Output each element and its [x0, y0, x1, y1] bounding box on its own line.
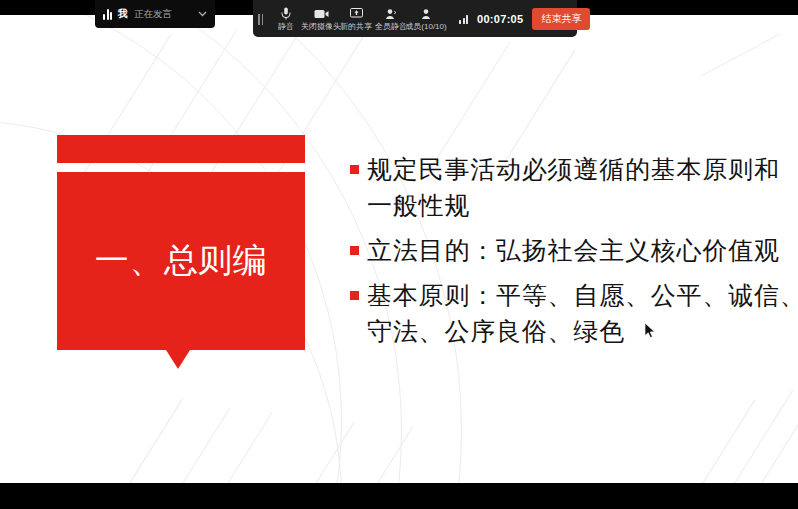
list-item: 规定民事活动必须遵循的基本原则和 一般性规 [350, 152, 790, 224]
active-speaker-pill[interactable]: 我 正在发言 [95, 0, 215, 28]
chevron-down-icon[interactable] [198, 11, 207, 17]
button-label: 成员(10/10) [405, 22, 446, 31]
bullet-marker-icon [350, 246, 359, 255]
list-item: 基本原则：平等、自愿、公平、诚信、 守法、公序良俗、绿色 [350, 278, 790, 350]
mouse-cursor [644, 322, 656, 339]
camera-off-button[interactable]: 关闭摄像头 [308, 7, 334, 31]
bullet-marker-icon [350, 165, 359, 174]
speaking-volume-icon [103, 9, 112, 20]
bullet-text: 规定民事活动必须遵循的基本原则和 一般性规 [367, 152, 780, 224]
speaker-status: 正在发言 [134, 8, 192, 21]
meeting-toolbar: 静音 关闭摄像头 新的共享 [253, 0, 577, 37]
bullet-line: 守法、公序良俗、绿色 [367, 314, 798, 350]
button-label: 全员静音 [375, 22, 407, 31]
camera-icon [314, 7, 329, 20]
speaker-name: 我 [118, 7, 128, 21]
mute-all-button[interactable]: 全员静音 [378, 7, 404, 31]
signal-bars-icon [459, 15, 468, 24]
bullet-line: 规定民事活动必须遵循的基本原则和 [367, 152, 780, 188]
callout-box: 一、总则编 [57, 172, 305, 350]
list-item: 立法目的：弘扬社会主义核心价值观 [350, 233, 790, 269]
shared-slide: 一、总则编 规定民事活动必须遵循的基本原则和 一般性规 立法目的：弘扬社会主义核… [0, 0, 798, 509]
button-label: 新的共享 [340, 22, 372, 31]
slide-title: 一、总则编 [95, 238, 268, 284]
bullet-text: 立法目的：弘扬社会主义核心价值观 [367, 233, 780, 269]
button-label: 静音 [278, 22, 294, 31]
bullet-line: 立法目的：弘扬社会主义核心价值观 [367, 233, 780, 269]
microphone-icon [281, 7, 291, 20]
members-icon [420, 7, 432, 20]
callout-tail [166, 350, 190, 369]
bullet-list: 规定民事活动必须遵循的基本原则和 一般性规 立法目的：弘扬社会主义核心价值观 基… [350, 152, 790, 359]
button-label: 关闭摄像头 [301, 22, 341, 31]
drag-handle-icon[interactable] [258, 14, 263, 25]
meeting-timer: 00:07:05 [477, 13, 523, 25]
members-button[interactable]: 成员(10/10) [413, 7, 439, 31]
end-share-button[interactable]: 结束共享 [532, 8, 590, 30]
mute-button[interactable]: 静音 [273, 7, 299, 31]
bullet-marker-icon [350, 291, 359, 300]
bullet-line: 基本原则：平等、自愿、公平、诚信、 [367, 278, 798, 314]
mute-all-icon [385, 7, 397, 20]
bullet-text: 基本原则：平等、自愿、公平、诚信、 守法、公序良俗、绿色 [367, 278, 798, 350]
screen-share-icon [350, 7, 363, 20]
new-share-button[interactable]: 新的共享 [343, 7, 369, 31]
app-window: 一、总则编 规定民事活动必须遵循的基本原则和 一般性规 立法目的：弘扬社会主义核… [0, 0, 798, 509]
bullet-line: 一般性规 [367, 188, 780, 224]
callout-top-bar [57, 135, 305, 163]
